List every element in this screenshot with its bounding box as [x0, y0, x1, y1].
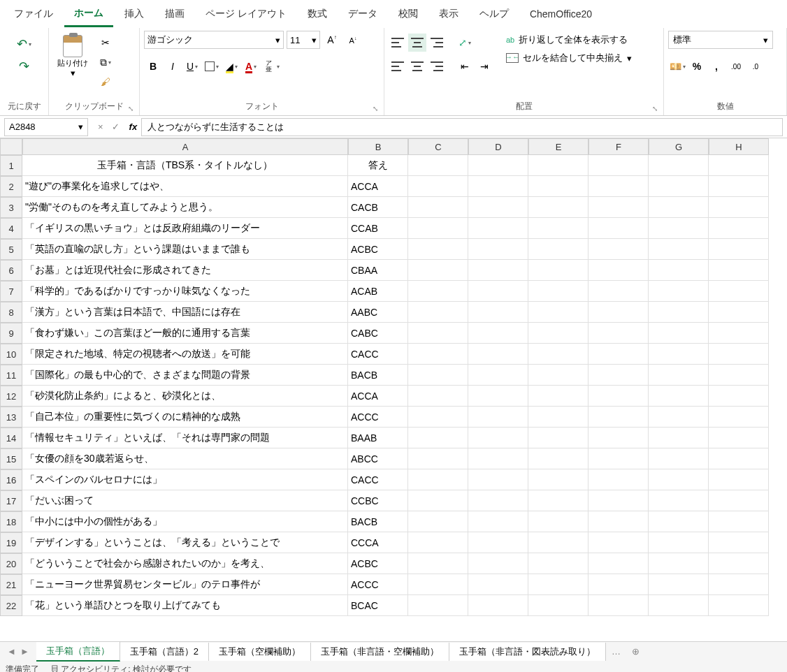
cell-empty[interactable] [589, 218, 649, 239]
cell-A12[interactable]: 「砂漠化防止条約」によると、砂漠化とは、 [22, 386, 348, 407]
redo-button[interactable]: ↷ [15, 57, 34, 75]
cell-empty[interactable] [589, 260, 649, 281]
cell-empty[interactable] [528, 302, 589, 323]
clipboard-launcher[interactable]: ⤡ [128, 105, 133, 112]
row-header-16[interactable]: 16 [0, 469, 22, 490]
cell-B1[interactable]: 答え [348, 155, 408, 176]
cell-A17[interactable]: 「だいぶ困って [22, 490, 348, 511]
cell-empty[interactable] [528, 574, 589, 595]
cell-empty[interactable] [709, 218, 769, 239]
cell-empty[interactable] [649, 239, 709, 260]
new-sheet-button[interactable]: ⊕ [626, 646, 645, 657]
cell-B17[interactable]: CCBC [348, 490, 408, 511]
cell-empty[interactable] [408, 532, 468, 553]
cell-empty[interactable] [709, 448, 769, 469]
cell-empty[interactable] [649, 532, 709, 553]
col-header-E[interactable]: E [528, 138, 589, 155]
cell-empty[interactable] [408, 469, 468, 490]
cancel-formula-button[interactable]: × [95, 120, 106, 133]
border-button[interactable]: ▾ [203, 57, 221, 75]
enter-formula-button[interactable]: ✓ [109, 120, 122, 133]
row-header-11[interactable]: 11 [0, 365, 22, 386]
sheet-tabs-more[interactable]: … [606, 646, 626, 657]
cell-empty[interactable] [709, 386, 769, 407]
cell-empty[interactable] [408, 386, 468, 407]
cell-empty[interactable] [709, 490, 769, 511]
percent-button[interactable]: % [688, 57, 706, 75]
row-header-6[interactable]: 6 [0, 260, 22, 281]
cell-A4[interactable]: 「イギリスの黒いチョウ」とは反政府組織のリーダー [22, 218, 348, 239]
cell-empty[interactable] [649, 490, 709, 511]
cell-empty[interactable] [649, 197, 709, 218]
cell-empty[interactable] [468, 448, 528, 469]
sheet-nav-prev[interactable]: ◄ [7, 646, 16, 657]
merge-center-button[interactable]: セルを結合して中央揃え ▾ [506, 52, 632, 64]
cell-empty[interactable] [468, 323, 528, 344]
cell-empty[interactable] [528, 553, 589, 574]
tab-formulas[interactable]: 数式 [298, 2, 337, 26]
cell-B13[interactable]: ACCC [348, 407, 408, 428]
cell-empty[interactable] [408, 323, 468, 344]
paste-button[interactable]: 貼り付け ▾ [53, 31, 92, 81]
row-header-7[interactable]: 7 [0, 281, 22, 302]
cell-empty[interactable] [528, 448, 589, 469]
sheet-tab-1[interactable]: 玉手箱（言語） [36, 642, 120, 662]
cell-empty[interactable] [589, 469, 649, 490]
cell-empty[interactable] [528, 511, 589, 532]
cell-empty[interactable] [589, 344, 649, 365]
tab-view[interactable]: 表示 [429, 2, 468, 26]
cell-empty[interactable] [589, 448, 649, 469]
number-format-select[interactable]: 標準▾ [668, 31, 773, 49]
cell-empty[interactable] [408, 197, 468, 218]
decrease-indent-button[interactable]: ⇤ [456, 57, 474, 75]
row-header-17[interactable]: 17 [0, 490, 22, 511]
cell-B16[interactable]: CACC [348, 469, 408, 490]
cell-empty[interactable] [709, 155, 769, 176]
row-header-3[interactable]: 3 [0, 197, 22, 218]
cell-empty[interactable] [528, 365, 589, 386]
cell-B3[interactable]: CACB [348, 197, 408, 218]
cell-empty[interactable] [709, 469, 769, 490]
increase-font-button[interactable]: A↑ [323, 31, 341, 49]
cell-empty[interactable] [528, 155, 589, 176]
cell-empty[interactable] [649, 344, 709, 365]
cell-A15[interactable]: 「女優の顔を30歳若返らせ、 [22, 448, 348, 469]
cell-empty[interactable] [709, 281, 769, 302]
cell-empty[interactable] [408, 428, 468, 448]
currency-button[interactable]: 💴▾ [668, 57, 686, 75]
cell-empty[interactable] [649, 365, 709, 386]
cell-empty[interactable] [408, 511, 468, 532]
col-header-A[interactable]: A [22, 138, 348, 155]
cell-empty[interactable] [589, 532, 649, 553]
cell-empty[interactable] [589, 197, 649, 218]
cell-B14[interactable]: BAAB [348, 428, 408, 448]
name-box[interactable]: A2848▾ [4, 118, 88, 136]
cell-empty[interactable] [649, 218, 709, 239]
cell-empty[interactable] [649, 511, 709, 532]
spreadsheet-grid[interactable]: ABCDEFGH1玉手箱・言語（TBS系・タイトルなし）答え2"遊び"の事業化を… [0, 138, 787, 641]
align-middle-button[interactable] [408, 34, 426, 52]
cell-B2[interactable]: ACCA [348, 176, 408, 197]
tab-review[interactable]: 校閲 [389, 2, 428, 26]
cell-B15[interactable]: ABCC [348, 448, 408, 469]
row-header-4[interactable]: 4 [0, 218, 22, 239]
cell-empty[interactable] [528, 386, 589, 407]
cell-empty[interactable] [468, 511, 528, 532]
align-center-button[interactable] [408, 57, 426, 75]
row-header-19[interactable]: 19 [0, 532, 22, 553]
align-left-button[interactable] [389, 57, 407, 75]
row-header-5[interactable]: 5 [0, 239, 22, 260]
cell-empty[interactable] [408, 260, 468, 281]
cell-B12[interactable]: ACCA [348, 386, 408, 407]
align-right-button[interactable] [428, 57, 446, 75]
cell-empty[interactable] [468, 595, 528, 616]
cell-empty[interactable] [408, 595, 468, 616]
cell-empty[interactable] [528, 197, 589, 218]
tab-draw[interactable]: 描画 [155, 2, 194, 26]
cell-empty[interactable] [589, 553, 649, 574]
cell-empty[interactable] [468, 386, 528, 407]
tab-file[interactable]: ファイル [4, 2, 63, 26]
cell-empty[interactable] [709, 553, 769, 574]
col-header-F[interactable]: F [589, 138, 649, 155]
cell-empty[interactable] [649, 386, 709, 407]
